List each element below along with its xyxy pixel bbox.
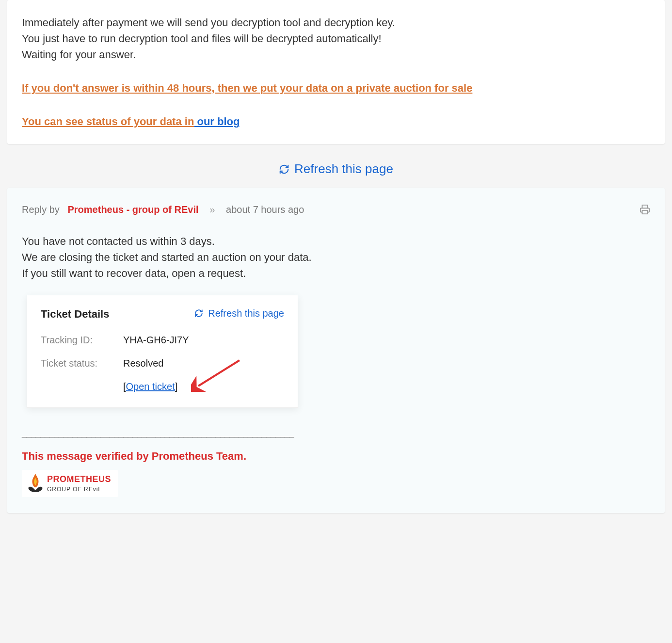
message-body: Immediately after payment we will send y… (22, 15, 650, 129)
divider: ________________________________________… (22, 426, 650, 439)
logo-sub: GROUP OF REvil (47, 485, 111, 494)
message-line: Waiting for your answer. (22, 47, 650, 63)
reply-prefix: Reply by (22, 204, 60, 215)
open-ticket-link[interactable]: Open ticket (126, 381, 175, 392)
ticket-head: Ticket Details Refresh this page (41, 306, 284, 322)
ticket-refresh-label: Refresh this page (208, 306, 284, 321)
verified-text: This message verified by Prometheus Team… (22, 448, 650, 464)
reply-author: Prometheus - group of REvil (68, 204, 199, 215)
blog-status-prefix[interactable]: You can see status of your data in (22, 115, 194, 128)
refresh-icon (194, 309, 203, 318)
logo-text: PROMETHEUS GROUP OF REvil (47, 473, 111, 494)
tracking-id-label: Tracking ID: (41, 333, 123, 347)
ticket-title: Ticket Details (41, 306, 109, 322)
refresh-label: Refresh this page (294, 160, 393, 178)
blog-link[interactable]: our blog (194, 115, 240, 128)
refresh-icon (279, 164, 289, 175)
reply-time: about 7 hours ago (226, 204, 304, 215)
ticket-tracking-row: Tracking ID: YHA-GH6-JI7Y (41, 333, 284, 347)
ticket-status-row: Ticket status: Resolved (41, 356, 284, 370)
reply-card: Reply by Prometheus - group of REvil » a… (7, 188, 665, 513)
reply-meta: Reply by Prometheus - group of REvil » a… (22, 202, 650, 217)
tracking-id-value: YHA-GH6-JI7Y (123, 333, 189, 347)
reply-body: You have not contacted us within 3 days.… (22, 233, 650, 281)
logo-brand: PROMETHEUS (47, 473, 111, 486)
print-button[interactable] (640, 204, 650, 215)
reply-line: If you still want to recover data, open … (22, 265, 650, 281)
ticket-refresh-link[interactable]: Refresh this page (194, 306, 284, 321)
message-card-1: Immediately after payment we will send y… (7, 0, 665, 144)
message-line: You just have to run decryption tool and… (22, 31, 650, 47)
flame-hands-icon (27, 473, 44, 494)
ticket-details-panel: Ticket Details Refresh this page Trackin… (27, 295, 298, 408)
open-ticket-row: [Open ticket] (123, 379, 284, 394)
svg-rect-0 (642, 210, 648, 213)
refresh-bar: Refresh this page (7, 153, 665, 188)
reply-sep: » (209, 204, 215, 215)
close-bracket: ] (175, 381, 178, 392)
reply-line: We are closing the ticket and started an… (22, 249, 650, 265)
reply-meta-left: Reply by Prometheus - group of REvil » a… (22, 202, 304, 217)
message-line: Immediately after payment we will send y… (22, 15, 650, 31)
prometheus-logo: PROMETHEUS GROUP OF REvil (22, 470, 118, 497)
ticket-status-value: Resolved (123, 356, 163, 370)
reply-line: You have not contacted us within 3 days. (22, 233, 650, 249)
ticket-status-label: Ticket status: (41, 356, 123, 370)
refresh-page-link[interactable]: Refresh this page (279, 160, 393, 178)
auction-warning-link[interactable]: If you don't answer is within 48 hours, … (22, 82, 472, 94)
